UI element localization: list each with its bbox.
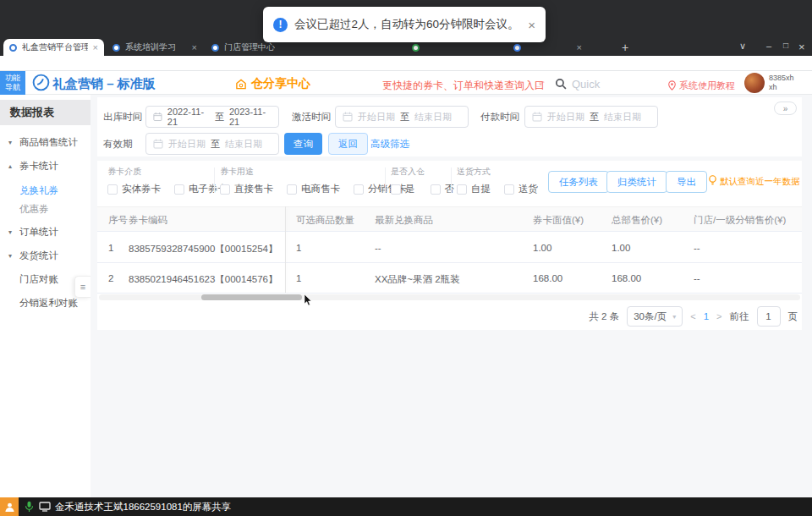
current-page[interactable]: 1 [704,311,709,321]
meeting-toast: ! 会议已超过2人，自动转为60分钟限时会议。 × [263,7,546,42]
microphone-icon[interactable] [25,501,34,513]
tab-close-icon[interactable]: × [577,43,582,52]
checkbox-icon [220,184,230,195]
double-arrow-icon: » [783,104,788,113]
search-icon[interactable] [555,78,567,93]
caret-up-icon: ▴ [8,162,15,170]
next-page-icon[interactable]: > [716,311,721,321]
filter-group-card-usage: 券卡用途 直接售卡 电商售卡 分销售卡 [220,166,407,195]
sidebar: 数据报表 ▾ 商品销售统计 ▴ 券卡统计 兑换礼券 优惠券 ▾ 订单统计 ▾ 发… [0,95,91,497]
sidebar-item-label: 优惠券 [19,203,49,216]
user-avatar[interactable] [744,73,765,93]
sidebar-item-label: 分销返利对账 [19,297,78,310]
home-icon [235,79,247,90]
date-separator: 至 [400,111,409,124]
table-row[interactable]: 1 8385759328745900【00015254】 1 -- 1.00 1… [97,233,802,263]
end-date-placeholder: 结束日期 [414,111,452,124]
sidebar-item-shipping-stats[interactable]: ▾ 发货统计 [0,245,91,266]
column-header-store-price: 门店/一级分销售价(¥) [694,214,786,227]
checkbox-physical-card[interactable]: 实体券卡 [107,183,161,195]
sidebar-item-label: 订单统计 [19,226,58,239]
nav-toggle-label: 功能 [5,74,20,83]
end-date-placeholder: 结束日期 [225,138,262,151]
sidebar-item-discount-coupon[interactable]: 优惠券 [0,199,91,219]
column-header-card-code: 券卡编码 [129,214,167,227]
cell-latest-redeemed: -- [375,243,381,253]
export-button[interactable]: 导出 [666,171,707,193]
back-button[interactable]: 返回 [328,133,368,155]
column-header-face-value: 券卡面值(¥) [533,214,584,227]
share-bar-text: 金禾通技术王斌18662591081的屏幕共享 [55,501,231,513]
quick-search-placeholder[interactable]: Quick [572,78,600,91]
function-nav-toggle[interactable]: 功能 导航 [0,71,25,95]
filter-group-in-warehouse: 是否入仓 是 否 [391,166,454,195]
sidebar-item-order-stats[interactable]: ▾ 订单统计 [0,222,91,242]
brand-logo-icon [32,74,50,95]
calendar-icon [153,139,163,149]
goto-label: 前往 [730,310,749,323]
checkbox-icon [457,184,467,195]
sidebar-item-label: 商品销售统计 [19,136,78,149]
start-date-value: 2022-11-21 [167,107,210,127]
new-tab-button[interactable]: + [622,41,628,54]
app-title: 礼盒营销 – 标准版 [52,76,156,92]
cell-face-value: 1.00 [533,243,551,253]
checkbox-ecommerce-sale[interactable]: 电商售卡 [287,183,340,195]
checkbox-yes[interactable]: 是 [391,183,415,195]
checkbox-self-pickup[interactable]: 自提 [457,183,491,195]
search-button[interactable]: 查询 [284,133,322,155]
checkbox-icon [174,184,184,195]
browser-tab-2[interactable]: 系统培训学习 × [107,39,203,56]
column-header-selectable-qty: 可选商品数量 [296,214,354,227]
tab-title: 门店管理中心 [224,41,275,53]
goto-page-input[interactable] [757,306,781,327]
tab-close-icon[interactable]: × [93,43,98,52]
window-close-icon[interactable]: × [798,41,805,53]
site-favicon [412,44,420,52]
tab-close-icon[interactable]: × [192,43,197,52]
task-list-button[interactable]: 任务列表 [548,171,609,193]
tab-title: 礼盒营销平台管理中心 [22,41,88,53]
group-divider [451,167,452,193]
participant-icon[interactable] [0,497,19,516]
pagination-total: 共 2 条 [589,310,619,323]
table-row[interactable]: 2 8385021946451623【00014576】 1 XX品牌~果酒 2… [97,263,802,294]
prev-page-icon[interactable]: < [690,311,695,321]
sidebar-item-card-stats[interactable]: ▴ 券卡统计 [0,156,91,176]
category-stats-button[interactable]: 归类统计 [606,171,667,193]
checkbox-icon [431,184,441,195]
warehouse-share-center-link[interactable]: 仓分享中心 [235,76,310,91]
toast-close-icon[interactable]: × [528,18,535,32]
window-menu-icon[interactable]: ∨ [739,41,746,52]
activate-date-range-input[interactable]: 开始日期 至 结束日期 [335,106,469,128]
checkbox-label: 否 [445,183,455,195]
pagination: 共 2 条 30条/页 ▾ < 1 > 前往 页 [589,306,798,327]
group-label: 券卡用途 [220,166,407,178]
cell-face-value: 168.00 [533,273,562,283]
table-header: 序号 券卡编码 可选商品数量 最新兑换商品 券卡面值(¥) 总部售价(¥) 门店… [97,206,802,232]
payment-date-range-input[interactable]: 开始日期 至 结束日期 [524,106,658,128]
sidebar-collapse-handle[interactable]: ≡ [74,276,91,298]
validity-date-range-input[interactable]: 开始日期 至 结束日期 [145,133,279,155]
sidebar-item-product-sales[interactable]: ▾ 商品销售统计 [0,132,91,152]
advanced-filter-link[interactable]: 高级筛选 [370,138,409,151]
pointing-hand-icon: ☞ [535,77,546,91]
sidebar-item-redeem-coupon[interactable]: 兑换礼券 [0,180,91,200]
horizontal-scrollbar-thumb[interactable] [201,294,302,300]
page-size-select[interactable]: 30条/页 ▾ [627,306,683,327]
browser-tab-1[interactable]: 礼盒营销平台管理中心 × [3,39,104,56]
expand-panel-button[interactable]: » [774,102,797,115]
window-maximize-icon[interactable]: □ [783,41,788,50]
default-query-hint: 默认查询近一年数据 [720,176,800,188]
checkbox-label: 直接售卡 [234,183,273,195]
calendar-icon [153,112,162,122]
outbound-date-range-input[interactable]: 2022-11-21 至 2023-11-21 [145,106,279,128]
checkbox-delivery[interactable]: 送货 [504,183,538,195]
quick-entry-link[interactable]: 更快捷的券卡、订单和快递查询入口 [382,79,545,93]
checkbox-direct-sale[interactable]: 直接售卡 [220,183,273,195]
window-minimize-icon[interactable]: – [766,41,771,51]
system-tutorial-link[interactable]: 系统使用教程 [679,80,735,92]
end-date-placeholder: 结束日期 [604,111,641,124]
outbound-time-label: 出库时间 [103,106,142,128]
user-name: 8385xh xh [769,74,794,93]
